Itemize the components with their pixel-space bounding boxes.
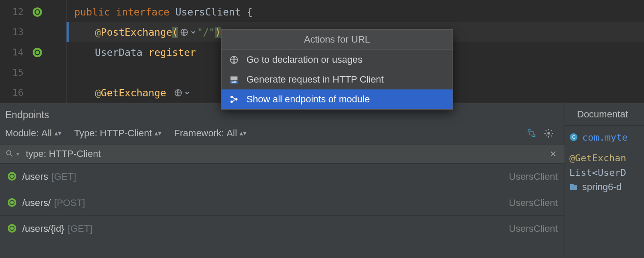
annotation: @ bbox=[95, 27, 101, 38]
documentation-panel: Documentat C com.myte @GetExchan List<Us… bbox=[565, 103, 644, 258]
popup-item-show-endpoints[interactable]: Show all endpoints of module bbox=[222, 89, 453, 109]
svg-point-9 bbox=[8, 172, 16, 181]
endpoint-row[interactable]: /users/ [POST] UsersClient bbox=[0, 190, 565, 215]
branches-icon bbox=[228, 94, 240, 105]
svg-point-11 bbox=[8, 198, 16, 207]
string: " bbox=[197, 27, 203, 38]
svg-text:API: API bbox=[232, 81, 236, 83]
gutter-row[interactable]: 12 bbox=[0, 2, 66, 22]
type-filter[interactable]: Type: HTTP-Client ▴▾ bbox=[74, 128, 161, 139]
spring-endpoint-icon[interactable] bbox=[31, 6, 43, 18]
paren: ( bbox=[172, 27, 178, 38]
filter-label: Module: bbox=[5, 128, 39, 139]
line-number: 12 bbox=[6, 6, 24, 17]
svg-rect-17 bbox=[570, 185, 577, 190]
endpoints-list: /users [GET] UsersClient /users/ [POST] … bbox=[0, 164, 565, 241]
framework-filter[interactable]: Framework: All ▴▾ bbox=[174, 128, 247, 139]
line-number: 14 bbox=[6, 47, 24, 58]
gutter: 12 13 14 15 16 bbox=[0, 0, 67, 103]
search-icon bbox=[5, 149, 15, 159]
sort-icon: ▴▾ bbox=[55, 130, 61, 137]
popup-item-http-client[interactable]: API Generate request in HTTP Client bbox=[222, 70, 453, 89]
svg-point-13 bbox=[8, 224, 16, 233]
chevron-down-icon[interactable]: ▾ bbox=[16, 150, 22, 157]
doc-type: List<UserD bbox=[569, 167, 626, 178]
endpoints-search-input[interactable] bbox=[22, 148, 547, 160]
chevron-down-icon[interactable] bbox=[190, 28, 196, 36]
svg-point-7 bbox=[547, 132, 550, 135]
line-number: 16 bbox=[6, 87, 24, 98]
url-inlay-globe-icon[interactable] bbox=[173, 88, 183, 98]
doc-module-name: spring6-d bbox=[582, 181, 622, 193]
doc-class-link[interactable]: C com.myte bbox=[569, 130, 644, 144]
filter-value: All bbox=[41, 128, 52, 139]
popup-item-label: Generate request in HTTP Client bbox=[246, 74, 384, 85]
sort-icon: ▴▾ bbox=[155, 130, 161, 137]
doc-annotation: @GetExchan bbox=[569, 153, 626, 163]
endpoints-search: ▾ ✕ bbox=[0, 144, 565, 164]
endpoints-main: Endpoints Module: All ▴▾ Type: HTTP-Clie… bbox=[0, 103, 565, 258]
close-icon[interactable]: ✕ bbox=[547, 149, 559, 159]
endpoint-method: [GET] bbox=[68, 223, 92, 234]
chevron-down-icon[interactable] bbox=[184, 89, 190, 97]
svg-rect-20 bbox=[231, 77, 238, 80]
expand-icon[interactable] bbox=[526, 128, 537, 139]
actions-popup: Actions for URL Go to declaration or usa… bbox=[221, 29, 453, 110]
endpoint-class: UsersClient bbox=[509, 171, 558, 182]
endpoints-panel: Endpoints Module: All ▴▾ Type: HTTP-Clie… bbox=[0, 103, 644, 258]
sort-icon: ▴▾ bbox=[240, 130, 246, 137]
endpoint-row[interactable]: /users [GET] UsersClient bbox=[0, 164, 565, 190]
line-number: 15 bbox=[6, 67, 24, 78]
filter-value: All bbox=[227, 128, 237, 139]
annotation: @ bbox=[95, 87, 101, 98]
svg-point-8 bbox=[6, 150, 11, 155]
keyword: interface bbox=[116, 6, 170, 18]
svg-rect-6 bbox=[530, 132, 533, 135]
svg-rect-18 bbox=[570, 184, 574, 186]
svg-text:C: C bbox=[572, 134, 575, 140]
line-number: 13 bbox=[6, 27, 24, 37]
endpoint-path: /users/ bbox=[22, 197, 51, 209]
identifier: UsersClient bbox=[175, 6, 240, 18]
popup-item-label: Show all endpoints of module bbox=[246, 94, 370, 105]
gutter-row[interactable]: 14 bbox=[0, 42, 66, 62]
type: UserData bbox=[95, 47, 143, 58]
keyword: public bbox=[74, 6, 110, 18]
endpoint-path: /users/{id} bbox=[22, 223, 64, 234]
caret-indicator bbox=[67, 22, 69, 42]
endpoint-class: UsersClient bbox=[509, 223, 558, 234]
svg-point-2 bbox=[33, 48, 42, 57]
endpoint-class: UsersClient bbox=[509, 197, 558, 209]
spring-endpoint-icon bbox=[7, 197, 18, 209]
globe-icon bbox=[228, 54, 240, 65]
code-line[interactable]: public interface UsersClient { bbox=[67, 2, 644, 22]
gutter-row[interactable]: 15 bbox=[0, 62, 66, 83]
endpoint-path: /users bbox=[22, 171, 48, 182]
svg-point-24 bbox=[231, 101, 233, 103]
endpoint-method: [GET] bbox=[52, 171, 76, 182]
endpoint-row[interactable]: /users/{id} [GET] UsersClient bbox=[0, 215, 565, 241]
endpoint-method: [POST] bbox=[54, 197, 85, 209]
spring-endpoint-icon bbox=[7, 171, 18, 182]
doc-module[interactable]: spring6-d bbox=[569, 180, 644, 194]
svg-point-0 bbox=[33, 7, 42, 17]
popup-item-declaration[interactable]: Go to declaration or usages bbox=[222, 50, 453, 70]
module-filter[interactable]: Module: All ▴▾ bbox=[5, 128, 61, 139]
spring-endpoint-icon bbox=[7, 223, 18, 234]
filter-label: Framework: bbox=[174, 128, 224, 139]
popup-item-label: Go to declaration or usages bbox=[246, 54, 362, 65]
gutter-row[interactable]: 13 bbox=[0, 22, 66, 42]
popup-title: Actions for URL bbox=[222, 30, 453, 50]
svg-point-23 bbox=[231, 96, 233, 98]
spring-endpoint-icon[interactable] bbox=[31, 46, 43, 58]
gutter-row[interactable]: 16 bbox=[0, 83, 66, 103]
doc-class-name: com.myte bbox=[582, 132, 628, 143]
filter-label: Type: bbox=[74, 128, 97, 139]
api-icon: API bbox=[228, 74, 240, 85]
url-inlay-globe-icon[interactable] bbox=[179, 27, 189, 37]
svg-point-25 bbox=[235, 98, 238, 101]
method: register bbox=[149, 47, 196, 58]
string: /" bbox=[203, 27, 215, 38]
gear-icon[interactable] bbox=[543, 128, 554, 139]
annotation-call: GetExchange bbox=[101, 87, 166, 98]
